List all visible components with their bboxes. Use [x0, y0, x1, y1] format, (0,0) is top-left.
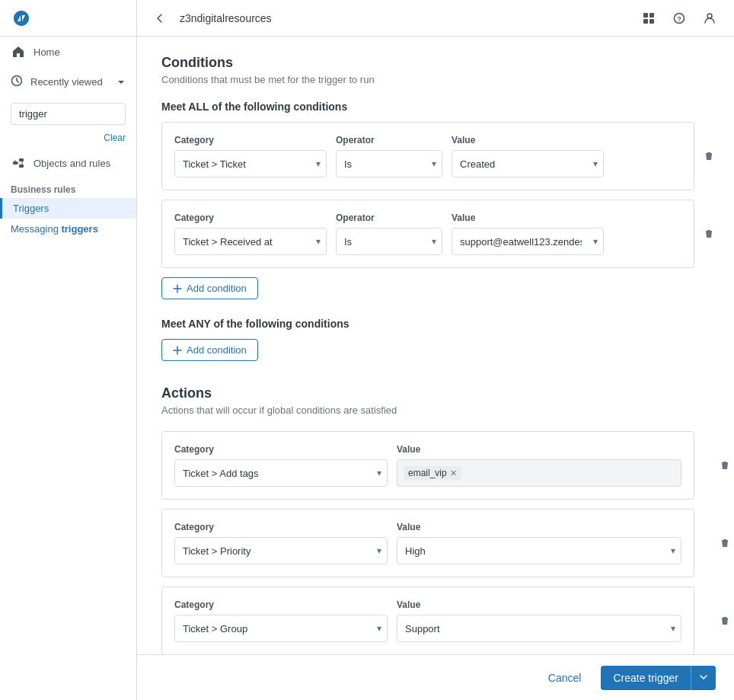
delete-condition-0[interactable]: [700, 147, 718, 165]
action-value-group-1: Value High: [397, 522, 681, 564]
add-condition-all-label: Add condition: [187, 283, 247, 294]
action-value-select-2[interactable]: Support: [397, 615, 681, 642]
grid-icon-button[interactable]: [637, 6, 661, 30]
value-select-1[interactable]: support@eatwell123.zendes...: [452, 228, 604, 255]
chevron-left-icon: [154, 12, 166, 24]
meet-all-label: Meet ALL of the following conditions: [161, 101, 710, 113]
cancel-button[interactable]: Cancel: [536, 666, 594, 690]
value-group-0: Value Created: [452, 135, 604, 177]
content-area: Conditions Conditions that must be met f…: [137, 37, 734, 654]
svg-rect-4: [643, 13, 648, 18]
action-category-select-2[interactable]: Ticket > Group: [174, 615, 388, 642]
create-trigger-button[interactable]: Create trigger: [601, 666, 691, 690]
value-select-wrapper-1: support@eatwell123.zendes...: [452, 228, 604, 255]
topbar-title: z3ndigitalresources: [180, 12, 627, 24]
conditions-title: Conditions: [161, 55, 710, 71]
sidebar-item-objects-rules[interactable]: Objects and rules: [0, 148, 136, 178]
operator-select-0[interactable]: Is: [336, 150, 442, 177]
plus-icon-all: [173, 284, 182, 293]
plus-icon-any: [173, 346, 182, 355]
value-select-wrapper-0: Created: [452, 150, 604, 177]
sidebar-item-home[interactable]: Home: [0, 37, 136, 67]
action-category-select-wrapper-1: Ticket > Priority: [174, 537, 388, 564]
value-group-1: Value support@eatwell123.zendes...: [452, 213, 604, 255]
operator-select-wrapper-1: Is: [336, 228, 442, 255]
action-row-1: Category Ticket > Priority Value High: [161, 509, 694, 577]
search-input[interactable]: [11, 103, 126, 125]
category-label-0: Category: [174, 135, 327, 145]
delete-action-1[interactable]: [716, 534, 734, 552]
action-value-select-wrapper-2: Support: [397, 615, 681, 642]
conditions-all-wrapper: Category Ticket > Ticket Operator Is: [161, 122, 710, 299]
messaging-bold: triggers: [61, 223, 97, 235]
category-select-1[interactable]: Ticket > Received at: [174, 228, 327, 255]
action-row-0: Category Ticket > Add tags Value email_v…: [161, 431, 694, 500]
chevron-down-icon: [116, 78, 126, 87]
action-category-select-wrapper-0: Ticket > Add tags: [174, 459, 388, 487]
value-label-0: Value: [452, 135, 604, 145]
delete-condition-1[interactable]: [700, 225, 718, 243]
objects-rules-label: Objects and rules: [34, 158, 110, 169]
sidebar-item-recently-viewed[interactable]: Recently viewed: [0, 67, 136, 97]
action-value-label-2: Value: [397, 599, 681, 610]
recently-viewed-left: Recently viewed: [11, 75, 103, 89]
action-category-select-1[interactable]: Ticket > Priority: [174, 537, 388, 564]
messaging-label: Messaging: [11, 223, 61, 235]
action-category-label-2: Category: [174, 599, 388, 610]
category-select-wrapper-0: Ticket > Ticket: [174, 150, 327, 177]
action-value-label-1: Value: [397, 522, 681, 532]
action-value-select-1[interactable]: High: [397, 537, 681, 564]
meet-any-section: Meet ANY of the following conditions Add…: [161, 318, 710, 361]
trash-icon-action-1: [720, 538, 730, 548]
topbar-icons: ?: [637, 6, 722, 30]
help-icon-button[interactable]: ?: [667, 6, 691, 30]
zendesk-logo: [11, 8, 32, 29]
tag-value: email_vip: [408, 468, 447, 478]
user-icon-button[interactable]: [697, 6, 722, 30]
home-label: Home: [34, 46, 60, 58]
business-rules-header: Business rules: [0, 178, 136, 198]
svg-rect-5: [649, 13, 654, 18]
add-condition-any-button[interactable]: Add condition: [161, 339, 258, 361]
footer: Cancel Create trigger: [137, 654, 734, 700]
home-icon: [11, 44, 26, 59]
actions-desc: Actions that will occur if global condit…: [161, 404, 710, 416]
value-select-0[interactable]: Created: [452, 150, 604, 177]
sidebar: Home Recently viewed Clear Objects and r…: [0, 0, 137, 700]
action-category-group-1: Category Ticket > Priority: [174, 522, 388, 564]
category-group-0: Category Ticket > Ticket: [174, 135, 327, 177]
help-icon: ?: [673, 12, 685, 24]
actions-title: Actions: [161, 385, 710, 401]
svg-rect-3: [19, 165, 24, 168]
action-row-wrapper-2: Category Ticket > Group Value Support: [161, 587, 710, 654]
grid-icon: [643, 12, 655, 24]
action-category-group-0: Category Ticket > Add tags: [174, 444, 388, 487]
actions-section: Actions Actions that will occur if globa…: [161, 385, 710, 654]
trash-icon-0: [704, 151, 714, 161]
sidebar-item-triggers[interactable]: Triggers: [0, 198, 136, 219]
action-category-select-0[interactable]: Ticket > Add tags: [174, 459, 388, 487]
create-trigger-dropdown-button[interactable]: [691, 666, 716, 690]
operator-select-1[interactable]: Is: [336, 228, 442, 255]
sidebar-search-container: [0, 97, 136, 131]
category-select-wrapper-1: Ticket > Received at: [174, 228, 327, 255]
svg-rect-6: [643, 19, 648, 24]
delete-action-2[interactable]: [716, 612, 734, 630]
trash-icon-1: [704, 229, 714, 239]
category-label-1: Category: [174, 213, 327, 223]
add-condition-all-button[interactable]: Add condition: [161, 277, 258, 299]
tag-field-0[interactable]: email_vip ✕: [397, 459, 681, 487]
recently-viewed-label: Recently viewed: [30, 76, 103, 88]
sidebar-header: [0, 0, 136, 37]
back-button[interactable]: [149, 8, 171, 29]
delete-action-0[interactable]: [716, 456, 734, 475]
clear-button[interactable]: Clear: [0, 131, 136, 148]
action-category-label-1: Category: [174, 522, 388, 532]
tag-remove-button[interactable]: ✕: [450, 468, 457, 478]
action-category-select-wrapper-2: Ticket > Group: [174, 615, 388, 642]
sidebar-item-messaging-triggers[interactable]: Messaging triggers: [0, 219, 136, 239]
conditions-desc: Conditions that must be met for the trig…: [161, 74, 710, 85]
objects-rules-icon: [11, 155, 26, 171]
category-select-0[interactable]: Ticket > Ticket: [174, 150, 327, 177]
operator-label-1: Operator: [336, 213, 442, 223]
